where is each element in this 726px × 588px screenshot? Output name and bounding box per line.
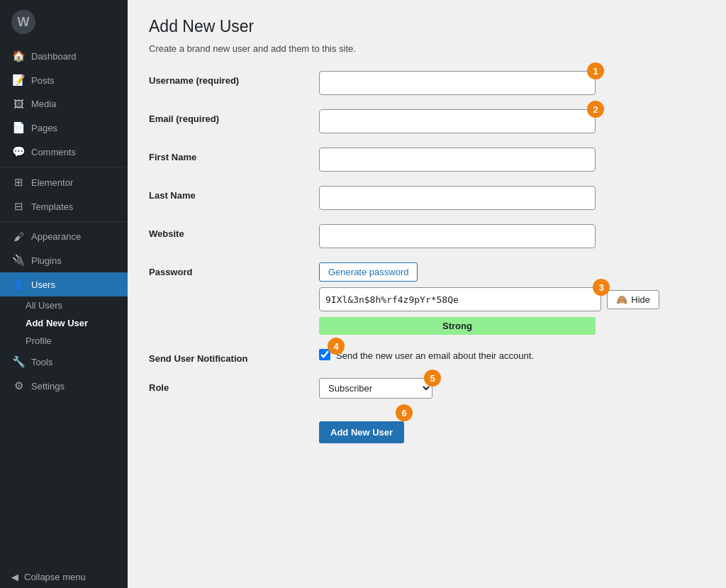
tools-icon: 🔧: [11, 355, 26, 368]
password-field-row: 3 🙈 Hide: [319, 287, 659, 311]
sidebar-item-elementor[interactable]: ⊞ Elementor: [0, 170, 128, 194]
lastname-label: Last Name: [149, 186, 319, 201]
role-badge: 5: [424, 370, 441, 387]
submenu-add-new-user[interactable]: Add New User: [0, 314, 128, 332]
website-field-wrapper: [319, 224, 705, 248]
templates-icon: ⊟: [11, 200, 26, 213]
username-badge-wrapper: 1: [319, 71, 596, 95]
sidebar-item-users[interactable]: 👤 Users: [0, 272, 128, 296]
email-input[interactable]: [319, 109, 596, 133]
sidebar: W 🏠 Dashboard 📝 Posts 🖼 Media 📄 Pages 💬 …: [0, 0, 128, 588]
sidebar-item-media[interactable]: 🖼 Media: [0, 92, 128, 116]
username-row: Username (required) 1: [149, 71, 705, 95]
submit-field-wrapper: Add New User 6: [319, 413, 705, 443]
submenu-all-users[interactable]: All Users: [0, 296, 128, 314]
page-title: Add New User: [149, 17, 705, 36]
sidebar-item-dashboard[interactable]: 🏠 Dashboard: [0, 44, 128, 68]
sidebar-item-templates[interactable]: ⊟ Templates: [0, 194, 128, 218]
password-section: Generate password 3 🙈 Hide Strong: [319, 262, 705, 335]
notification-field-wrapper: 4 Send the new user an email about their…: [319, 349, 705, 362]
sidebar-item-label: Users: [31, 279, 55, 290]
users-submenu: All Users Add New User Profile: [0, 296, 128, 350]
posts-icon: 📝: [11, 74, 26, 87]
dashboard-icon: 🏠: [11, 50, 26, 62]
notification-text: Send the new user an email about their a…: [336, 350, 534, 361]
sidebar-item-label: Tools: [31, 357, 52, 367]
sidebar-item-label: Appearance: [31, 231, 81, 242]
role-select[interactable]: Subscriber Contributor Author Editor Adm…: [319, 378, 432, 399]
firstname-field-wrapper: [319, 148, 705, 172]
submit-row: Add New User 6: [149, 413, 705, 443]
sidebar-item-label: Comments: [31, 147, 76, 157]
sidebar-item-label: Media: [31, 99, 56, 109]
sidebar-item-settings[interactable]: ⚙ Settings: [0, 374, 128, 398]
pages-icon: 📄: [11, 121, 26, 134]
role-label: Role: [149, 378, 319, 393]
main-content: Add New User Create a brand new user and…: [128, 0, 726, 588]
sidebar-item-label: Templates: [31, 201, 73, 212]
email-label: Email (required): [149, 109, 319, 124]
add-new-user-button[interactable]: Add New User: [319, 421, 404, 443]
collapse-icon: ◀: [11, 572, 18, 582]
sidebar-item-posts[interactable]: 📝 Posts: [0, 68, 128, 92]
lastname-input[interactable]: [319, 186, 596, 210]
notification-label: Send User Notification: [149, 349, 319, 364]
username-label: Username (required): [149, 71, 319, 86]
sidebar-item-label: Pages: [31, 123, 57, 133]
password-label: Password: [149, 262, 319, 277]
firstname-label: First Name: [149, 148, 319, 162]
hide-password-button[interactable]: 🙈 Hide: [607, 290, 659, 309]
plugins-icon: 🔌: [11, 254, 26, 267]
role-select-wrapper: Subscriber Contributor Author Editor Adm…: [319, 378, 432, 399]
submenu-profile[interactable]: Profile: [0, 332, 128, 350]
lastname-row: Last Name: [149, 186, 705, 210]
username-badge: 1: [587, 62, 604, 79]
sidebar-divider-1: [0, 167, 128, 167]
email-badge: 2: [587, 101, 604, 118]
sidebar-item-label: Elementor: [31, 177, 73, 188]
password-field-wrapper: Generate password 3 🙈 Hide Strong: [319, 262, 705, 335]
media-icon: 🖼: [11, 98, 26, 110]
page-subtitle: Create a brand new user and add them to …: [149, 43, 705, 54]
sidebar-item-appearance[interactable]: 🖌 Appearance: [0, 225, 128, 248]
sidebar-item-plugins[interactable]: 🔌 Plugins: [0, 248, 128, 272]
lastname-field-wrapper: [319, 186, 705, 210]
email-badge-wrapper: 2: [319, 109, 596, 133]
submit-wrapper: Add New User 6: [319, 413, 404, 443]
email-row: Email (required) 2: [149, 109, 705, 133]
sidebar-item-tools[interactable]: 🔧 Tools: [0, 350, 128, 374]
username-input[interactable]: [319, 71, 596, 95]
sidebar-logo: W: [0, 0, 128, 44]
sidebar-item-label: Posts: [31, 75, 55, 86]
submit-badge: 6: [396, 404, 413, 421]
notification-badge: 4: [328, 338, 345, 355]
email-field-wrapper: 2: [319, 109, 705, 133]
password-input[interactable]: [319, 287, 601, 311]
password-input-wrapper: 3: [319, 287, 601, 311]
elementor-icon: ⊞: [11, 176, 26, 189]
password-strength-indicator: Strong: [319, 317, 596, 335]
collapse-menu-button[interactable]: ◀ Collapse menu: [0, 566, 128, 588]
username-field-wrapper: 1: [319, 71, 705, 95]
role-field-wrapper: Subscriber Contributor Author Editor Adm…: [319, 378, 705, 399]
appearance-icon: 🖌: [11, 231, 26, 243]
password-row: Password Generate password 3 🙈 Hide: [149, 262, 705, 335]
sidebar-item-pages[interactable]: 📄 Pages: [0, 116, 128, 140]
website-row: Website: [149, 224, 705, 248]
firstname-input[interactable]: [319, 148, 596, 172]
notification-wrapper: 4: [319, 349, 330, 362]
sidebar-item-comments[interactable]: 💬 Comments: [0, 140, 128, 164]
hide-label: Hide: [631, 294, 650, 305]
add-user-form: Username (required) 1 Email (required) 2…: [149, 71, 705, 443]
website-input[interactable]: [319, 224, 596, 248]
collapse-label: Collapse menu: [24, 572, 86, 582]
wp-logo-icon: W: [11, 10, 35, 34]
submit-label-spacer: [149, 413, 319, 417]
firstname-row: First Name: [149, 148, 705, 172]
website-label: Website: [149, 224, 319, 239]
generate-password-button[interactable]: Generate password: [319, 262, 418, 282]
notification-checkbox-row: 4 Send the new user an email about their…: [319, 349, 705, 362]
sidebar-divider-2: [0, 221, 128, 222]
sidebar-item-label: Plugins: [31, 255, 62, 266]
notification-row: Send User Notification 4 Send the new us…: [149, 349, 705, 364]
